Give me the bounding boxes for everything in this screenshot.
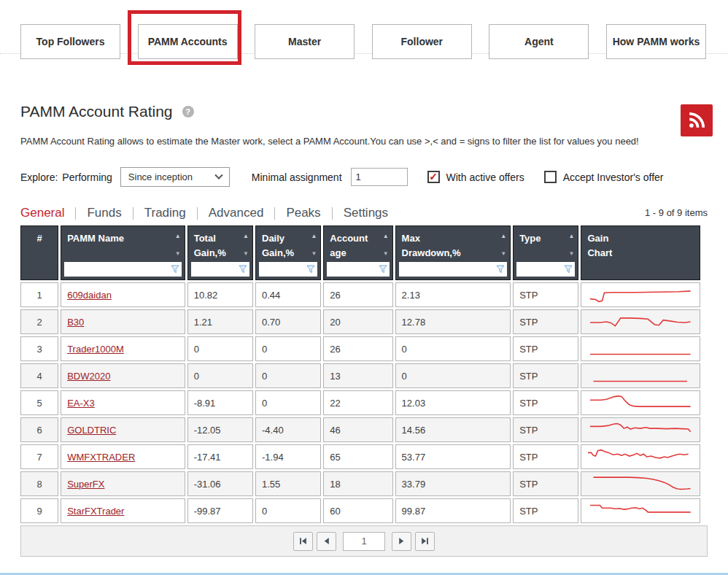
- max-drawdown-cell: 12.78: [395, 309, 511, 334]
- table-row: 9StarFXTrader-99.8706099.87STP: [20, 498, 700, 523]
- gain-chart-cell: [581, 417, 700, 442]
- rank-cell: 9: [20, 498, 58, 523]
- daily-gain-cell: 0: [255, 363, 321, 388]
- sort-desc-icon[interactable]: ▼: [243, 250, 249, 257]
- sort-desc-icon[interactable]: ▼: [383, 250, 389, 257]
- column-header-pamm-name[interactable]: PAMM Name▲▼: [61, 225, 185, 280]
- type-cell: STP: [513, 363, 578, 388]
- sort-asc-icon[interactable]: ▲: [311, 233, 317, 239]
- daily-gain-cell: 0.44: [255, 282, 321, 307]
- nav-button-agent[interactable]: Agent: [489, 24, 589, 59]
- previous-page-button[interactable]: [317, 532, 336, 551]
- rank-cell: 4: [20, 363, 58, 388]
- nav-button-how-pamm-works[interactable]: How PAMM works: [606, 24, 706, 59]
- tab-trading[interactable]: Trading: [144, 206, 186, 220]
- sort-desc-icon[interactable]: ▼: [500, 250, 506, 257]
- tab-separator: [274, 207, 275, 220]
- filter-funnel-icon[interactable]: [306, 265, 315, 274]
- sort-desc-icon[interactable]: ▼: [175, 250, 181, 257]
- account-age-cell: 26: [323, 282, 392, 307]
- nav-button-master[interactable]: Master: [255, 24, 355, 59]
- column-header-type[interactable]: Type▲▼: [513, 225, 578, 280]
- daily-gain-cell: 0: [255, 498, 321, 523]
- last-page-button[interactable]: [415, 532, 435, 551]
- rank-cell: 6: [20, 417, 58, 442]
- pamm-name-link[interactable]: SuperFX: [67, 479, 104, 490]
- filter-funnel-icon[interactable]: [171, 265, 179, 274]
- account-age-cell: 46: [323, 417, 392, 442]
- tab-funds[interactable]: Funds: [87, 206, 121, 220]
- column-label: PAMM Name: [61, 226, 185, 246]
- daily-gain-cell: 0.70: [255, 309, 321, 334]
- pamm-name-link[interactable]: GOLDTRIC: [67, 425, 116, 436]
- pamm-name-cell: 609daidan: [61, 282, 185, 307]
- with-active-offers-checkbox[interactable]: ✓ With active offers: [427, 171, 524, 183]
- rank-cell: 3: [20, 336, 58, 361]
- tab-general[interactable]: General: [20, 206, 64, 220]
- tab-advanced[interactable]: Advanced: [209, 206, 264, 220]
- pamm-name-link[interactable]: Trader1000M: [67, 344, 124, 355]
- tab-separator: [133, 207, 133, 220]
- pamm-name-link[interactable]: EA-X3: [67, 398, 95, 409]
- account-age-cell: 60: [323, 498, 392, 523]
- total-gain-cell: -99.87: [187, 498, 253, 523]
- column-filter: [259, 262, 317, 277]
- pamm-name-cell: Trader1000M: [61, 336, 185, 361]
- pamm-name-cell: WMFXTRADER: [61, 444, 185, 469]
- rss-icon[interactable]: [681, 104, 713, 136]
- tab-peaks[interactable]: Peaks: [286, 206, 320, 220]
- sort-desc-icon[interactable]: ▼: [311, 250, 317, 257]
- sort-asc-icon[interactable]: ▲: [500, 233, 506, 239]
- tab-settings[interactable]: Settings: [344, 206, 388, 220]
- accept-investors-offer-checkbox[interactable]: ✓ Accept Investor's offer: [544, 171, 664, 183]
- gain-sparkline: [586, 312, 695, 332]
- sort-asc-icon[interactable]: ▲: [175, 233, 181, 239]
- column-label: Max Drawdown,%: [396, 226, 511, 260]
- column-filter-input[interactable]: [64, 262, 182, 277]
- rank-cell: 7: [20, 444, 58, 469]
- nav-button-top-followers[interactable]: Top Followers: [20, 24, 120, 59]
- filter-funnel-icon[interactable]: [239, 265, 247, 274]
- pamm-name-link[interactable]: WMFXTRADER: [67, 452, 135, 463]
- sort-asc-icon[interactable]: ▲: [569, 233, 575, 239]
- filter-funnel-icon[interactable]: [496, 265, 505, 274]
- column-header-max-drawdown[interactable]: Max Drawdown,%▲▼: [395, 225, 511, 280]
- sort-asc-icon[interactable]: ▲: [383, 233, 389, 239]
- account-age-cell: 13: [323, 363, 392, 388]
- sort-desc-icon[interactable]: ▼: [569, 250, 575, 257]
- total-gain-cell: -17.41: [187, 444, 253, 469]
- top-nav: Top FollowersPAMM AccountsMasterFollower…: [20, 24, 706, 61]
- column-header-daily-gain[interactable]: Daily Gain,%▲▼: [255, 225, 321, 280]
- page-number-input[interactable]: [343, 532, 385, 551]
- total-gain-cell: -31.06: [187, 471, 253, 496]
- rank-cell: 1: [20, 282, 58, 307]
- minimal-assignment-label: Minimal assignment: [252, 171, 342, 183]
- minimal-assignment-input[interactable]: [351, 168, 408, 186]
- period-select[interactable]: Since inception: [120, 167, 230, 187]
- view-tabs: GeneralFundsTradingAdvancedPeaksSettings: [20, 206, 388, 220]
- header-row: #PAMM Name▲▼Total Gain,%▲▼Daily Gain,%▲▼…: [20, 225, 700, 280]
- first-page-button[interactable]: [293, 532, 313, 551]
- nav-button-follower[interactable]: Follower: [372, 24, 472, 59]
- pamm-name-link[interactable]: BDW2020: [67, 371, 110, 382]
- pamm-name-link[interactable]: B30: [67, 317, 84, 328]
- help-icon[interactable]: ?: [182, 106, 194, 117]
- pamm-name-link[interactable]: 609daidan: [67, 290, 112, 301]
- next-page-button[interactable]: [392, 532, 411, 551]
- column-filter-input[interactable]: [399, 262, 508, 277]
- column-label: Gain Chart: [581, 226, 700, 260]
- nav-button-pamm-accounts[interactable]: PAMM Accounts: [138, 24, 238, 59]
- tab-separator: [75, 207, 76, 220]
- period-select-value: Since inception: [128, 171, 193, 182]
- pamm-name-cell: EA-X3: [61, 390, 185, 415]
- sort-asc-icon[interactable]: ▲: [243, 233, 249, 239]
- column-header-account-age[interactable]: Account age▲▼: [323, 225, 392, 280]
- column-header-total-gain[interactable]: Total Gain,%▲▼: [187, 225, 253, 280]
- filter-funnel-icon[interactable]: [379, 265, 387, 274]
- filter-funnel-icon[interactable]: [564, 265, 573, 274]
- type-cell: STP: [513, 336, 578, 361]
- pamm-name-link[interactable]: StarFXTrader: [67, 506, 124, 517]
- max-drawdown-cell: 12.03: [395, 390, 511, 415]
- explore-value: Performing: [62, 171, 112, 183]
- max-drawdown-cell: 33.79: [395, 471, 511, 496]
